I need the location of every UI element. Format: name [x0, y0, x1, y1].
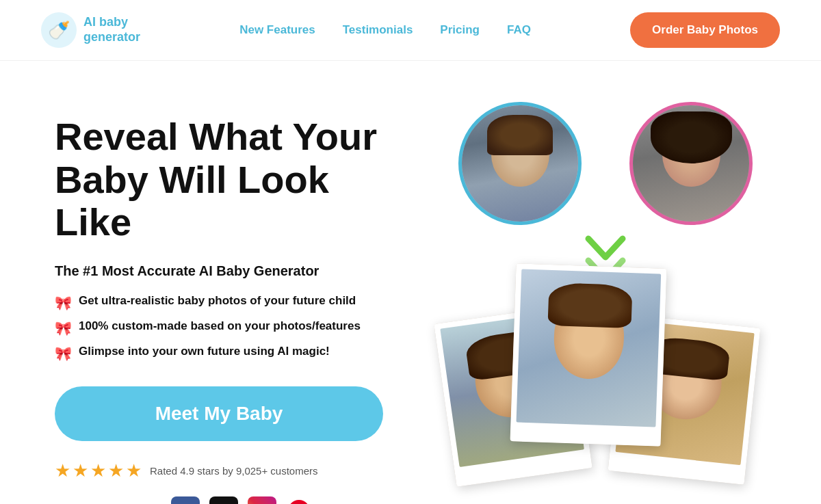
social-row: Share us on socials! f 𝕏 [55, 496, 404, 504]
navigation: New Features Testimonials Pricing FAQ [239, 23, 531, 37]
instagram-icon[interactable] [248, 496, 276, 504]
rating-text: Rated 4.9 stars by 9,025+ customers [150, 465, 318, 477]
pinterest-icon[interactable] [286, 498, 312, 504]
facebook-icon[interactable]: f [171, 496, 200, 504]
hero-title: Reveal What Your Baby Will Look Like [55, 116, 404, 244]
features-list: 🎀 Get ultra-realistic baby photos of you… [55, 294, 404, 362]
meet-baby-button[interactable]: Meet My Baby [55, 386, 383, 441]
male-face [462, 105, 578, 222]
star-3: ★ [90, 460, 106, 481]
logo[interactable]: 🍼 AI babygenerator [41, 12, 140, 48]
hero-left: Reveal What Your Baby Will Look Like The… [55, 102, 404, 504]
parent-male-photo [458, 102, 582, 225]
star-1: ★ [55, 460, 70, 481]
parent-female-photo [629, 102, 753, 225]
rating-row: ★ ★ ★ ★ ★ Rated 4.9 stars by 9,025+ cust… [55, 460, 404, 481]
baby-photo-2 [510, 263, 667, 447]
feature-1: 🎀 Get ultra-realistic baby photos of you… [55, 294, 404, 311]
feature-3: 🎀 Glimpse into your own future using AI … [55, 345, 404, 362]
hero-section: Reveal What Your Baby Will Look Like The… [0, 61, 821, 504]
stars-container: ★ ★ ★ ★ ★ [55, 460, 142, 481]
logo-icon: 🍼 [41, 12, 77, 48]
female-face [633, 105, 749, 222]
nav-faq[interactable]: FAQ [507, 23, 531, 37]
feature-text-1: Get ultra-realistic baby photos of your … [79, 294, 356, 308]
star-4: ★ [108, 460, 124, 481]
parent-photos-container [431, 102, 780, 485]
baby-image-2 [517, 269, 662, 427]
star-5: ★ [126, 460, 142, 481]
nav-testimonials[interactable]: Testimonials [343, 23, 413, 37]
header: 🍼 AI babygenerator New Features Testimon… [0, 0, 821, 61]
feature-2: 🎀 100% custom-made based on your photos/… [55, 319, 404, 336]
feature-text-2: 100% custom-made based on your photos/fe… [79, 319, 361, 333]
logo-text: AI babygenerator [83, 15, 140, 44]
baby-icon-1: 🎀 [55, 295, 72, 311]
feature-text-3: Glimpse into your own future using AI ma… [79, 345, 330, 358]
baby-icon-2: 🎀 [55, 320, 72, 336]
baby-collage [431, 280, 780, 485]
photo-border-2 [510, 263, 667, 447]
baby-icon-3: 🎀 [55, 345, 72, 362]
hero-subtitle: The #1 Most Accurate AI Baby Generator [55, 263, 404, 279]
order-button[interactable]: Order Baby Photos [630, 12, 780, 48]
nav-pricing[interactable]: Pricing [440, 23, 480, 37]
nav-new-features[interactable]: New Features [239, 23, 315, 37]
star-2: ★ [73, 460, 88, 481]
hero-right [431, 102, 780, 485]
twitter-icon[interactable]: 𝕏 [209, 496, 238, 504]
